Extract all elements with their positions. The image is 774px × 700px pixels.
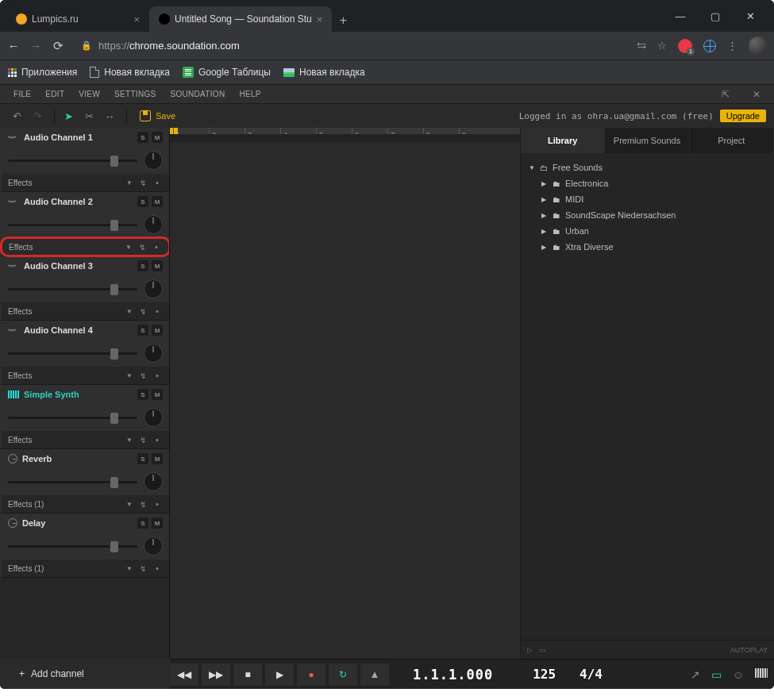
- volume-slider[interactable]: [8, 417, 137, 419]
- close-icon[interactable]: ×: [133, 13, 140, 25]
- automation-icon[interactable]: ↯: [137, 179, 148, 187]
- tree-folder[interactable]: ▶🖿Urban: [529, 223, 766, 239]
- menu-file[interactable]: FILE: [6, 90, 38, 98]
- solo-button[interactable]: S: [137, 517, 148, 529]
- forward-button[interactable]: ▶▶: [202, 663, 230, 686]
- metronome-button[interactable]: ▲: [360, 663, 389, 686]
- translate-icon[interactable]: ⮀: [637, 40, 646, 52]
- tab-soundation[interactable]: Untitled Song — Soundation Stu ×: [149, 6, 332, 32]
- piano-icon[interactable]: [755, 668, 768, 678]
- automation-icon[interactable]: ↯: [137, 243, 148, 252]
- track-header[interactable]: Audio Channel 2 SM Effects▼ ↯•: [0, 192, 169, 256]
- effects-dropdown[interactable]: Effects▼ ↯•: [2, 431, 169, 448]
- undo-button[interactable]: ↶: [8, 107, 25, 125]
- mute-button[interactable]: M: [152, 517, 163, 529]
- track-header[interactable]: Reverb SM Effects (1)▼ ↯•: [0, 449, 169, 513]
- tab-premium[interactable]: Premium Sounds: [605, 128, 689, 153]
- track-header[interactable]: Simple Synth SM Effects▼ ↯•: [0, 385, 169, 449]
- solo-button[interactable]: S: [137, 196, 148, 207]
- volume-slider[interactable]: [8, 481, 137, 483]
- bookmark-item[interactable]: Новая вкладка: [90, 67, 170, 78]
- add-channel-button[interactable]: + Add channel: [0, 659, 170, 689]
- mute-button[interactable]: M: [152, 325, 163, 336]
- volume-slider[interactable]: [8, 224, 137, 226]
- automation-icon[interactable]: ↯: [137, 307, 148, 316]
- more-icon[interactable]: •: [152, 500, 163, 509]
- effects-dropdown[interactable]: Effects (1)▼ ↯•: [2, 495, 169, 513]
- volume-slider[interactable]: [8, 545, 137, 548]
- extension-opera-icon[interactable]: [678, 39, 692, 53]
- solo-button[interactable]: S: [137, 132, 148, 143]
- loop-preview-icon[interactable]: ▭: [539, 646, 546, 654]
- play-preview-icon[interactable]: ▷: [527, 646, 533, 654]
- effects-dropdown[interactable]: Effects▼ ↯•: [0, 237, 170, 257]
- effects-dropdown[interactable]: Effects▼ ↯•: [2, 302, 169, 320]
- menu-soundation[interactable]: SOUNDATION: [163, 90, 232, 98]
- upgrade-button[interactable]: Upgrade: [720, 110, 766, 122]
- volume-slider[interactable]: [8, 352, 137, 355]
- folder-open-icon[interactable]: ▭: [711, 668, 722, 681]
- unpin-icon[interactable]: ⇱: [714, 89, 737, 100]
- more-icon[interactable]: •: [152, 371, 163, 380]
- solo-button[interactable]: S: [137, 325, 148, 336]
- solo-button[interactable]: S: [137, 453, 148, 464]
- reload-button[interactable]: ⟳: [51, 39, 65, 53]
- close-icon[interactable]: ×: [317, 13, 323, 25]
- url-field[interactable]: 🔒 https://chrome.soundation.com: [73, 40, 629, 52]
- signature-display[interactable]: 4/4: [580, 667, 603, 682]
- tree-folder[interactable]: ▶🖿Xtra Diverse: [529, 239, 766, 255]
- play-button[interactable]: ▶: [265, 663, 294, 686]
- close-window-button[interactable]: ✕: [733, 4, 768, 28]
- pan-knob[interactable]: [144, 215, 163, 234]
- pan-knob[interactable]: [144, 472, 163, 491]
- menu-icon[interactable]: ⋮: [727, 40, 737, 52]
- smiley-icon[interactable]: ☺: [733, 668, 744, 681]
- apps-button[interactable]: Приложения: [8, 67, 77, 78]
- volume-slider[interactable]: [8, 288, 137, 290]
- menu-edit[interactable]: EDIT: [38, 90, 71, 98]
- mute-button[interactable]: M: [152, 389, 163, 400]
- menu-settings[interactable]: SETTINGS: [107, 90, 163, 98]
- tab-add-button[interactable]: +: [332, 10, 354, 32]
- mute-button[interactable]: M: [152, 260, 163, 271]
- mute-button[interactable]: M: [152, 453, 163, 464]
- automation-icon[interactable]: ↯: [137, 436, 148, 444]
- tab-lumpics[interactable]: Lumpics.ru ×: [6, 6, 149, 32]
- back-button[interactable]: ←: [6, 39, 21, 52]
- save-button[interactable]: Save: [140, 110, 175, 121]
- popout-icon[interactable]: ↗: [691, 668, 700, 681]
- bookmark-item[interactable]: Новая вкладка: [283, 67, 365, 78]
- more-icon[interactable]: •: [152, 179, 163, 187]
- redo-button[interactable]: ↷: [29, 107, 46, 125]
- pan-knob[interactable]: [144, 408, 163, 427]
- stop-button[interactable]: ■: [233, 663, 262, 686]
- time-display[interactable]: 1.1.1.000: [413, 667, 493, 683]
- automation-icon[interactable]: ↯: [137, 371, 148, 380]
- menu-help[interactable]: HELP: [232, 90, 268, 98]
- close-panel-icon[interactable]: ✕: [745, 89, 768, 100]
- loop-button[interactable]: ↻: [329, 663, 357, 686]
- pan-knob[interactable]: [144, 279, 163, 298]
- effects-dropdown[interactable]: Effects▼ ↯•: [2, 174, 169, 191]
- tempo-display[interactable]: 125: [533, 667, 556, 682]
- minimize-button[interactable]: —: [663, 4, 698, 28]
- star-icon[interactable]: ☆: [657, 40, 667, 52]
- solo-button[interactable]: S: [137, 260, 148, 271]
- tree-root[interactable]: ▼🗀Free Sounds: [529, 160, 766, 175]
- track-header[interactable]: Audio Channel 1 SM Effects▼ ↯•: [0, 128, 169, 192]
- mute-button[interactable]: M: [152, 196, 163, 207]
- effects-dropdown[interactable]: Effects▼ ↯•: [2, 367, 169, 384]
- automation-icon[interactable]: ↯: [137, 564, 148, 573]
- more-icon[interactable]: •: [152, 564, 163, 573]
- menu-view[interactable]: VIEW: [71, 90, 107, 98]
- track-header[interactable]: Audio Channel 3 SM Effects▼ ↯•: [0, 256, 169, 321]
- pan-knob[interactable]: [144, 344, 163, 363]
- tree-folder[interactable]: ▶🖿SoundScape Niedersachsen: [529, 207, 766, 223]
- track-header[interactable]: Audio Channel 4 SM Effects▼ ↯•: [0, 321, 169, 385]
- tree-folder[interactable]: ▶🖿Electronica: [529, 175, 766, 191]
- more-icon[interactable]: •: [151, 243, 162, 252]
- tab-project[interactable]: Project: [690, 128, 774, 153]
- automation-icon[interactable]: ↯: [137, 500, 148, 509]
- record-button[interactable]: ●: [297, 663, 325, 686]
- extension-globe-icon[interactable]: [703, 40, 716, 52]
